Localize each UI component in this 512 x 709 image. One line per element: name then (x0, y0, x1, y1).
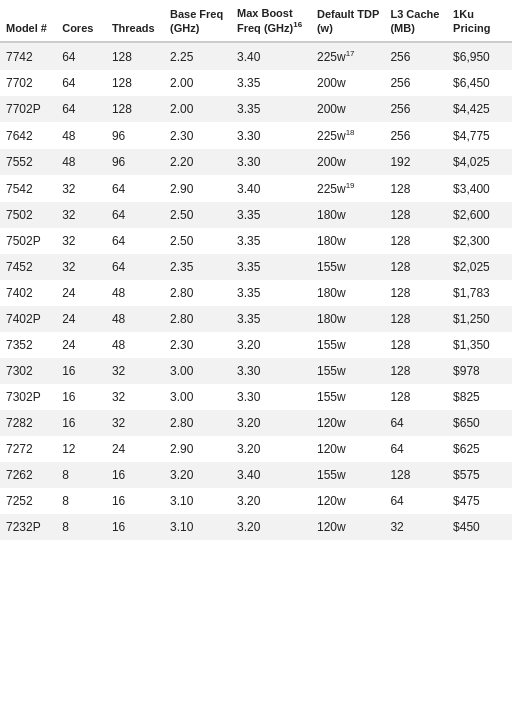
cell-cores: 32 (56, 228, 106, 254)
cell-threads: 64 (106, 254, 164, 280)
cell-cores: 24 (56, 306, 106, 332)
cell-threads: 48 (106, 280, 164, 306)
cell-l3: 128 (384, 228, 447, 254)
cell-l3: 128 (384, 462, 447, 488)
cell-price: $2,300 (447, 228, 512, 254)
cell-cores: 16 (56, 410, 106, 436)
cell-max: 3.35 (231, 306, 311, 332)
cell-max: 3.20 (231, 436, 311, 462)
header-base: Base Freq (GHz) (164, 0, 231, 42)
cell-l3: 128 (384, 202, 447, 228)
cell-tdp: 180w (311, 280, 384, 306)
cell-tdp: 200w (311, 149, 384, 175)
cell-price: $4,025 (447, 149, 512, 175)
cell-price: $2,025 (447, 254, 512, 280)
cell-threads: 128 (106, 70, 164, 96)
cell-tdp: 120w (311, 436, 384, 462)
cell-cores: 12 (56, 436, 106, 462)
cell-price: $1,350 (447, 332, 512, 358)
table-row: 72628163.203.40155w128$575 (0, 462, 512, 488)
cell-base: 2.25 (164, 42, 231, 70)
table-row: 728216322.803.20120w64$650 (0, 410, 512, 436)
cell-threads: 32 (106, 358, 164, 384)
cell-model: 7232P (0, 514, 56, 540)
cell-price: $1,250 (447, 306, 512, 332)
table-header-row: Model #CoresThreadsBase Freq (GHz)Max Bo… (0, 0, 512, 42)
cell-model: 7262 (0, 462, 56, 488)
table-row: 7702P641282.003.35200w256$4,425 (0, 96, 512, 122)
table-row: 750232642.503.35180w128$2,600 (0, 202, 512, 228)
cell-price: $475 (447, 488, 512, 514)
table-row: 745232642.353.35155w128$2,025 (0, 254, 512, 280)
table-row: 7302P16323.003.30155w128$825 (0, 384, 512, 410)
table-row: 727212242.903.20120w64$625 (0, 436, 512, 462)
cell-cores: 16 (56, 384, 106, 410)
cell-max: 3.30 (231, 358, 311, 384)
cell-threads: 48 (106, 332, 164, 358)
cell-cores: 64 (56, 96, 106, 122)
cell-price: $575 (447, 462, 512, 488)
cell-cores: 64 (56, 42, 106, 70)
cell-base: 2.80 (164, 410, 231, 436)
cell-threads: 16 (106, 514, 164, 540)
cell-threads: 64 (106, 202, 164, 228)
cell-max: 3.35 (231, 96, 311, 122)
cell-l3: 192 (384, 149, 447, 175)
cell-tdp: 225w19 (311, 175, 384, 202)
cell-price: $3,400 (447, 175, 512, 202)
cell-l3: 128 (384, 332, 447, 358)
table-row: 7702641282.003.35200w256$6,450 (0, 70, 512, 96)
cell-model: 7702 (0, 70, 56, 96)
cpu-table: Model #CoresThreadsBase Freq (GHz)Max Bo… (0, 0, 512, 540)
cell-l3: 128 (384, 306, 447, 332)
cell-tdp: 120w (311, 514, 384, 540)
cell-model: 7402 (0, 280, 56, 306)
cell-base: 2.50 (164, 202, 231, 228)
cell-l3: 256 (384, 122, 447, 149)
cell-model: 7282 (0, 410, 56, 436)
header-model: Model # (0, 0, 56, 42)
header-l3: L3 Cache (MB) (384, 0, 447, 42)
cell-price: $6,450 (447, 70, 512, 96)
cell-l3: 128 (384, 254, 447, 280)
cell-base: 2.20 (164, 149, 231, 175)
cell-max: 3.30 (231, 149, 311, 175)
cell-cores: 64 (56, 70, 106, 96)
cell-tdp: 155w (311, 254, 384, 280)
cell-l3: 256 (384, 70, 447, 96)
cell-base: 3.00 (164, 358, 231, 384)
cell-model: 7272 (0, 436, 56, 462)
cell-base: 2.50 (164, 228, 231, 254)
table-row: 764248962.303.30225w18256$4,775 (0, 122, 512, 149)
cell-l3: 256 (384, 96, 447, 122)
cell-base: 3.10 (164, 514, 231, 540)
cell-model: 7302P (0, 384, 56, 410)
cell-max: 3.40 (231, 175, 311, 202)
cell-model: 7352 (0, 332, 56, 358)
table-row: 730216323.003.30155w128$978 (0, 358, 512, 384)
cell-model: 7502P (0, 228, 56, 254)
cell-model: 7542 (0, 175, 56, 202)
cell-threads: 96 (106, 149, 164, 175)
cell-tdp: 225w17 (311, 42, 384, 70)
header-max: Max Boost Freq (GHz)16 (231, 0, 311, 42)
table-row: 72528163.103.20120w64$475 (0, 488, 512, 514)
cell-price: $4,775 (447, 122, 512, 149)
cell-l3: 128 (384, 280, 447, 306)
header-threads: Threads (106, 0, 164, 42)
cell-base: 2.30 (164, 332, 231, 358)
table-row: 7232P8163.103.20120w32$450 (0, 514, 512, 540)
cell-price: $2,600 (447, 202, 512, 228)
cell-model: 7702P (0, 96, 56, 122)
cell-tdp: 225w18 (311, 122, 384, 149)
header-tdp: Default TDP (w) (311, 0, 384, 42)
header-price: 1Ku Pricing (447, 0, 512, 42)
cell-tdp: 180w (311, 202, 384, 228)
cell-threads: 24 (106, 436, 164, 462)
cell-base: 2.00 (164, 70, 231, 96)
cell-max: 3.35 (231, 70, 311, 96)
cell-threads: 16 (106, 488, 164, 514)
table-row: 740224482.803.35180w128$1,783 (0, 280, 512, 306)
cell-base: 2.80 (164, 306, 231, 332)
cell-cores: 8 (56, 462, 106, 488)
